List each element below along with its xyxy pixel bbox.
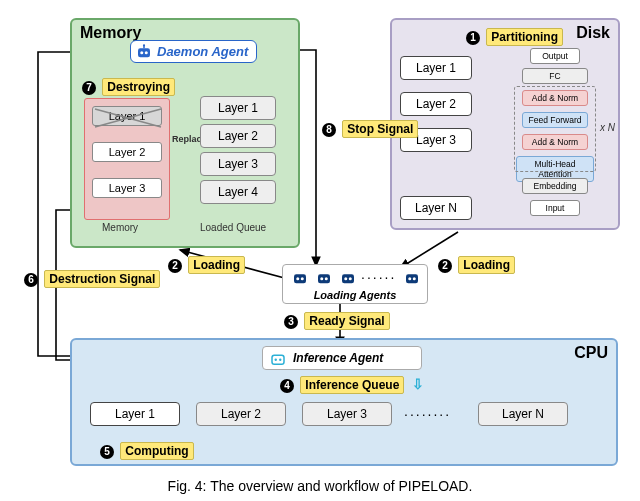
loaded-queue-item-3: Layer 3 [200,152,276,176]
tf-output-l: Output [542,51,568,61]
robot-icon [291,269,309,287]
svg-point-14 [145,51,148,54]
disk-l3: Layer 3 [416,133,456,147]
disk-layer-1: Layer 1 [400,56,472,80]
disk-l2: Layer 2 [416,97,456,111]
step-5-label: Computing [120,442,193,460]
svg-point-33 [279,359,281,361]
tf-output: Output [530,48,580,64]
cpu-layer-3: Layer 3 [302,402,392,426]
step-num-5: 5 [100,445,114,459]
svg-point-27 [349,277,352,280]
svg-point-16 [143,44,145,46]
svg-rect-28 [406,274,418,283]
svg-point-23 [320,277,323,280]
cpu-layer-1: Layer 1 [90,402,180,426]
cpu-l2: Layer 2 [221,407,261,421]
loaded-queue-item-1: Layer 1 [200,96,276,120]
robot-icon [135,43,153,61]
loading-agents-box: ······ Loading Agents [282,264,428,304]
svg-point-32 [275,359,277,361]
memory-slot-3: Layer 3 [92,178,162,198]
disk-layer-n: Layer N [400,196,472,220]
step-5: 5 Computing [100,442,194,460]
disk-ln: Layer N [415,201,457,215]
svg-point-30 [413,277,416,280]
cpu-layer-n: Layer N [478,402,568,426]
svg-rect-19 [294,274,306,283]
step-num-6: 6 [24,273,38,287]
robot-icon [315,269,333,287]
robot-icon [403,269,421,287]
step-7-label: Destroying [102,78,175,96]
tf-xn: x N [600,122,615,133]
loaded-queue-item-4: Layer 4 [200,180,276,204]
loading-agents-label: Loading Agents [283,289,427,301]
memory-slot-3-label: Layer 3 [109,182,146,194]
download-icon: ⇩ [412,376,424,392]
step-2-right: 2 Loading [438,256,515,274]
tf-fc-l: FC [549,71,560,81]
dots-icon: ······ [361,269,396,285]
step-4: 4 Inference Queue ⇩ [280,376,424,394]
svg-rect-12 [138,48,150,57]
svg-point-29 [408,277,411,280]
tf-input: Input [530,200,580,216]
tf-block [514,86,596,172]
inference-agent: Inference Agent [262,346,422,370]
daemon-agent-label: Daemon Agent [157,44,248,59]
cpu-title: CPU [574,344,608,362]
step-4-label: Inference Queue [300,376,404,394]
step-7: 7 Destroying [82,78,175,96]
step-num-7: 7 [82,81,96,95]
memory-title: Memory [80,24,141,42]
step-8-label: Stop Signal [342,120,418,138]
step-num-2l: 2 [168,259,182,273]
step-3-label: Ready Signal [304,312,389,330]
loaded-q2: Layer 2 [218,129,258,143]
step-num-1: 1 [466,31,480,45]
figure-caption: Fig. 4: The overview and workflow of PIP… [0,478,640,494]
daemon-agent: Daemon Agent [130,40,257,63]
loaded-queue-item-2: Layer 2 [200,124,276,148]
loaded-q3: Layer 3 [218,157,258,171]
step-num-2r: 2 [438,259,452,273]
memory-slot-2-label: Layer 2 [109,146,146,158]
inference-agent-label: Inference Agent [293,351,383,365]
step-num-8: 8 [322,123,336,137]
svg-point-26 [344,277,347,280]
svg-rect-22 [318,274,330,283]
step-num-3: 3 [284,315,298,329]
memory-sublabel: Memory [102,222,138,233]
tf-emb-l: Embedding [533,181,576,191]
step-6-label: Destruction Signal [44,270,160,288]
tf-in-l: Input [546,203,565,213]
cpu-layer-2: Layer 2 [196,402,286,426]
svg-point-20 [296,277,299,280]
svg-point-13 [140,51,143,54]
loaded-queue-sublabel: Loaded Queue [200,222,266,233]
robot-icon [339,269,357,287]
memory-slot-1: Layer 1 [92,106,162,126]
dots-icon: ········ [404,406,451,422]
step-1-label: Partitioning [486,28,563,46]
svg-rect-31 [272,355,284,364]
svg-point-24 [325,277,328,280]
disk-layer-2: Layer 2 [400,92,472,116]
loaded-q4: Layer 4 [218,185,258,199]
step-2-left: 2 Loading [168,256,245,274]
step-3: 3 Ready Signal [284,312,390,330]
tf-embed: Embedding [522,178,588,194]
step-2-right-label: Loading [458,256,515,274]
step-1: 1 Partitioning [466,28,563,46]
step-num-4: 4 [280,379,294,393]
cpu-ln: Layer N [502,407,544,421]
loaded-q1: Layer 1 [218,101,258,115]
memory-slot-2: Layer 2 [92,142,162,162]
tf-fc: FC [522,68,588,84]
step-2-left-label: Loading [188,256,245,274]
robot-icon [269,350,287,368]
step-8: 8 Stop Signal [322,120,418,138]
cpu-l1: Layer 1 [115,407,155,421]
step-6: 6 Destruction Signal [24,270,160,288]
